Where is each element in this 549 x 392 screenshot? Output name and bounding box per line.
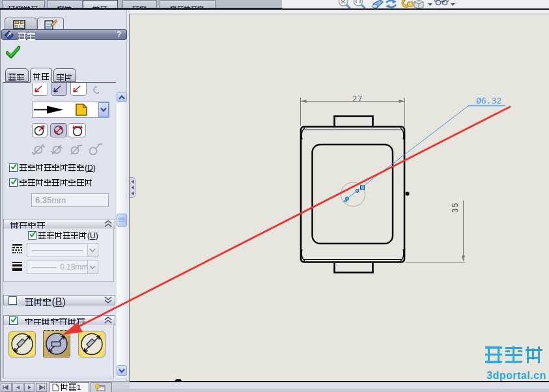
svg-text:35: 35 bbox=[451, 203, 460, 213]
svg-text:27: 27 bbox=[352, 95, 363, 104]
svg-text:Ø6.32: Ø6.32 bbox=[476, 96, 501, 106]
